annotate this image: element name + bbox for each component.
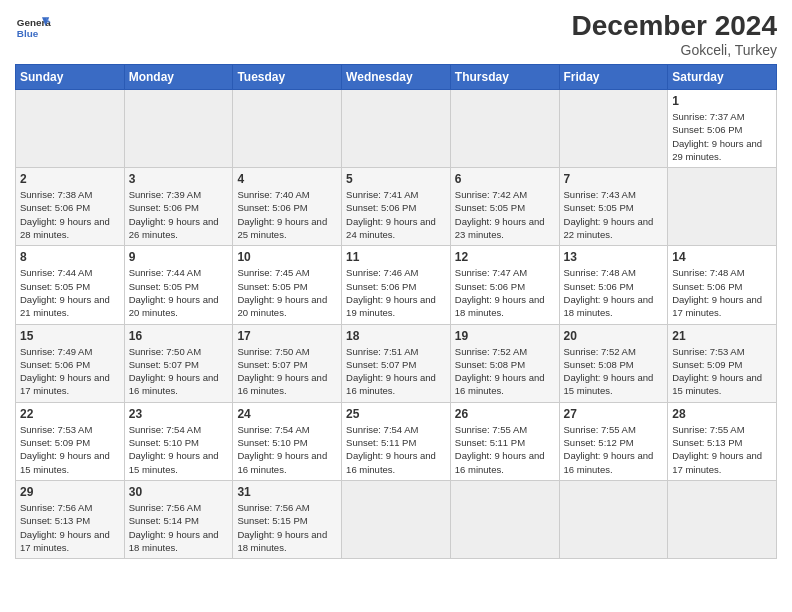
table-row: 31Sunrise: 7:56 AMSunset: 5:15 PMDayligh… (233, 480, 342, 558)
table-row: 13Sunrise: 7:48 AMSunset: 5:06 PMDayligh… (559, 246, 668, 324)
table-row: 4Sunrise: 7:40 AMSunset: 5:06 PMDaylight… (233, 168, 342, 246)
page-container: General Blue December 2024 Gokceli, Turk… (0, 0, 792, 569)
svg-text:Blue: Blue (17, 28, 39, 39)
table-row: 26Sunrise: 7:55 AMSunset: 5:11 PMDayligh… (450, 402, 559, 480)
table-row: 20Sunrise: 7:52 AMSunset: 5:08 PMDayligh… (559, 324, 668, 402)
logo-icon: General Blue (15, 10, 51, 46)
table-row: 17Sunrise: 7:50 AMSunset: 5:07 PMDayligh… (233, 324, 342, 402)
table-row: 28Sunrise: 7:55 AMSunset: 5:13 PMDayligh… (668, 402, 777, 480)
location: Gokceli, Turkey (572, 42, 777, 58)
col-monday: Monday (124, 65, 233, 90)
table-row (233, 90, 342, 168)
table-row (342, 90, 451, 168)
col-tuesday: Tuesday (233, 65, 342, 90)
table-row: 19Sunrise: 7:52 AMSunset: 5:08 PMDayligh… (450, 324, 559, 402)
table-row (342, 480, 451, 558)
table-row: 6Sunrise: 7:42 AMSunset: 5:05 PMDaylight… (450, 168, 559, 246)
table-row: 12Sunrise: 7:47 AMSunset: 5:06 PMDayligh… (450, 246, 559, 324)
header-row: Sunday Monday Tuesday Wednesday Thursday… (16, 65, 777, 90)
table-row: 30Sunrise: 7:56 AMSunset: 5:14 PMDayligh… (124, 480, 233, 558)
table-row: 3Sunrise: 7:39 AMSunset: 5:06 PMDaylight… (124, 168, 233, 246)
table-row (450, 480, 559, 558)
table-row: 5Sunrise: 7:41 AMSunset: 5:06 PMDaylight… (342, 168, 451, 246)
table-row: 11Sunrise: 7:46 AMSunset: 5:06 PMDayligh… (342, 246, 451, 324)
col-friday: Friday (559, 65, 668, 90)
table-row (559, 90, 668, 168)
title-block: December 2024 Gokceli, Turkey (572, 10, 777, 58)
col-thursday: Thursday (450, 65, 559, 90)
table-row: 7Sunrise: 7:43 AMSunset: 5:05 PMDaylight… (559, 168, 668, 246)
table-row: 9Sunrise: 7:44 AMSunset: 5:05 PMDaylight… (124, 246, 233, 324)
header: General Blue December 2024 Gokceli, Turk… (15, 10, 777, 58)
table-row: 21Sunrise: 7:53 AMSunset: 5:09 PMDayligh… (668, 324, 777, 402)
table-row: 22Sunrise: 7:53 AMSunset: 5:09 PMDayligh… (16, 402, 125, 480)
table-row (668, 168, 777, 246)
table-row: 25Sunrise: 7:54 AMSunset: 5:11 PMDayligh… (342, 402, 451, 480)
table-row (124, 90, 233, 168)
calendar-table: Sunday Monday Tuesday Wednesday Thursday… (15, 64, 777, 559)
col-wednesday: Wednesday (342, 65, 451, 90)
table-row: 18Sunrise: 7:51 AMSunset: 5:07 PMDayligh… (342, 324, 451, 402)
table-row: 24Sunrise: 7:54 AMSunset: 5:10 PMDayligh… (233, 402, 342, 480)
table-row: 16Sunrise: 7:50 AMSunset: 5:07 PMDayligh… (124, 324, 233, 402)
table-row: 23Sunrise: 7:54 AMSunset: 5:10 PMDayligh… (124, 402, 233, 480)
table-row: 10Sunrise: 7:45 AMSunset: 5:05 PMDayligh… (233, 246, 342, 324)
table-row: 29Sunrise: 7:56 AMSunset: 5:13 PMDayligh… (16, 480, 125, 558)
table-row: 27Sunrise: 7:55 AMSunset: 5:12 PMDayligh… (559, 402, 668, 480)
table-row: 8Sunrise: 7:44 AMSunset: 5:05 PMDaylight… (16, 246, 125, 324)
table-row (16, 90, 125, 168)
table-row: 15Sunrise: 7:49 AMSunset: 5:06 PMDayligh… (16, 324, 125, 402)
table-row (559, 480, 668, 558)
month-title: December 2024 (572, 10, 777, 42)
col-saturday: Saturday (668, 65, 777, 90)
table-row (668, 480, 777, 558)
table-row (450, 90, 559, 168)
logo: General Blue (15, 10, 51, 46)
table-row: 1Sunrise: 7:37 AMSunset: 5:06 PMDaylight… (668, 90, 777, 168)
table-row: 14Sunrise: 7:48 AMSunset: 5:06 PMDayligh… (668, 246, 777, 324)
table-row: 2Sunrise: 7:38 AMSunset: 5:06 PMDaylight… (16, 168, 125, 246)
col-sunday: Sunday (16, 65, 125, 90)
